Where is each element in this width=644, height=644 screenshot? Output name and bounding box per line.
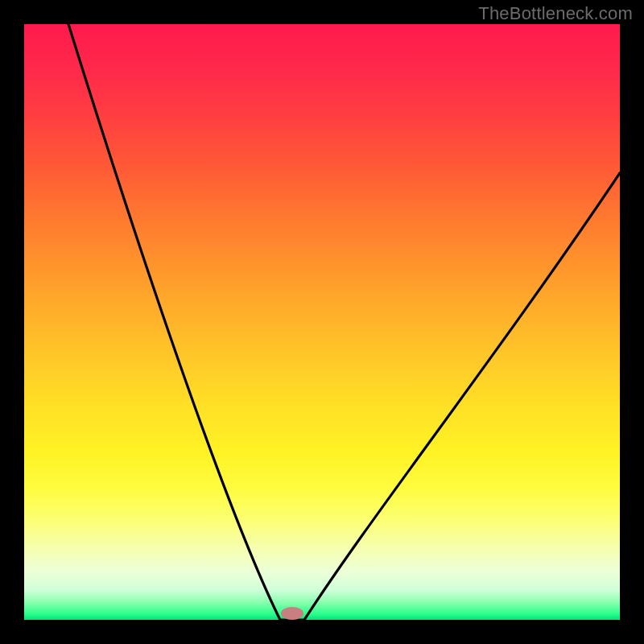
chart-frame: TheBottleneck.com (0, 0, 644, 644)
watermark-text: TheBottleneck.com (478, 3, 633, 24)
bottleneck-curve-svg (24, 24, 620, 620)
plot-area (24, 24, 620, 620)
bottleneck-curve-line (68, 24, 620, 620)
trough-marker (281, 607, 303, 620)
